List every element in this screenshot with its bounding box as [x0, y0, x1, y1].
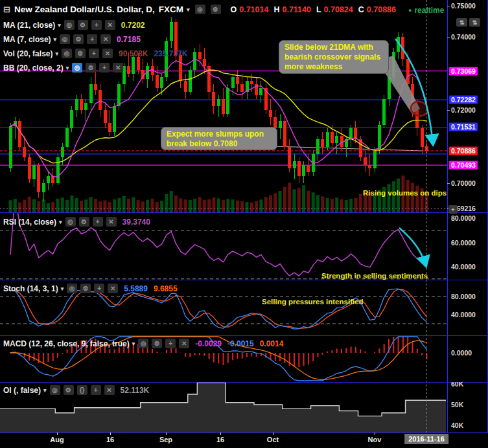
settings-icon[interactable]: ⚙ [73, 34, 84, 44]
legend-macd-label[interactable]: MACD (12, 26, close, 9, false, true) [3, 339, 130, 348]
oi-value: 52.113K [121, 386, 150, 395]
stoch-axis[interactable]: 80.000040.0000 [447, 280, 488, 335]
axis-label: 0.0000 [449, 349, 474, 357]
close-icon[interactable]: ✕ [102, 49, 113, 58]
axis-label: 40.0000 [449, 311, 478, 319]
chevron-down-icon[interactable]: ▾ [58, 22, 61, 28]
chevron-down-icon[interactable]: ▾ [59, 219, 62, 225]
legend-rsi-label[interactable]: RSI (14, close) [3, 218, 56, 227]
up-down-arrows-icon: ⇅ [472, 19, 478, 26]
macd-axis[interactable]: 0.0000 [447, 335, 488, 382]
legend-ma7-label[interactable]: MA (7, close) [3, 35, 51, 44]
add-pane-button[interactable]: + [448, 205, 458, 214]
stoch-d-value: 9.6855 [154, 284, 178, 293]
chevron-down-icon[interactable]: ▾ [55, 50, 58, 57]
add-icon[interactable]: + [165, 339, 176, 348]
vol-ma-value: 235.737K [154, 49, 187, 58]
add-icon[interactable]: + [93, 217, 103, 227]
plus-icon: + [451, 207, 454, 213]
axis-label: 0.75000 [449, 2, 478, 10]
open-value: 0.71014 [239, 5, 268, 14]
close-icon[interactable]: ✕ [105, 20, 115, 30]
low-label: L [316, 5, 321, 14]
chevron-down-icon[interactable]: ▾ [187, 6, 190, 13]
axis-label: 80.0000 [449, 214, 478, 223]
add-icon[interactable]: + [87, 34, 97, 44]
chevron-down-icon[interactable]: ▾ [132, 341, 135, 347]
time-axis[interactable]: Aug16Sep16OctNov2016-11-16 [0, 432, 488, 448]
settings-icon[interactable]: ⚙ [75, 49, 86, 58]
trading-chart-app: ⊟ New Zealand Dollar/U.S. Dollar, D, FXC… [0, 0, 488, 448]
ohlc-readout: O 0.71014 H 0.71140 L 0.70824 C 0.70886 [231, 5, 399, 14]
annotation-text[interactable]: Selling pressures intensified [262, 298, 364, 306]
close-icon[interactable]: ✕ [179, 339, 189, 348]
collapse-window-icon[interactable]: ⊟ [3, 5, 10, 14]
add-icon[interactable]: + [89, 49, 99, 58]
oi-axis[interactable]: 60K50K40K [447, 382, 488, 432]
axis-label: 40K [449, 421, 465, 430]
close-icon[interactable]: ✕ [113, 63, 123, 73]
visibility-icon[interactable]: ◎ [65, 217, 76, 227]
legend-bb-label[interactable]: BB (20, close, 2) [3, 63, 64, 73]
visibility-icon[interactable]: ◎ [195, 5, 205, 14]
annotation-text[interactable]: Rising volumes on dips [363, 189, 447, 197]
visibility-icon[interactable]: ◎ [62, 49, 72, 58]
legend-vol-label[interactable]: Vol (20, false) [3, 49, 52, 58]
source-code-icon[interactable]: {} [77, 385, 87, 395]
axis-label: 0.74000 [449, 33, 478, 41]
axis-label: 60.0000 [449, 238, 478, 247]
chevron-down-icon[interactable]: ▾ [54, 36, 57, 43]
rsi-axis[interactable]: 80.000060.000040.0000 [447, 212, 488, 280]
realtime-dot-icon: ● [408, 7, 412, 14]
visibility-icon[interactable]: ◎ [138, 339, 148, 348]
axis-label: 0.72000 [449, 106, 478, 115]
visibility-icon[interactable]: ◎ [60, 34, 70, 44]
symbol-title[interactable]: New Zealand Dollar/U.S. Dollar, D, [14, 5, 155, 14]
close-icon[interactable]: ✕ [106, 217, 117, 227]
axis-label: 50K [449, 401, 465, 409]
settings-icon[interactable]: ⚙ [78, 20, 88, 30]
time-axis-label: Nov [368, 436, 382, 443]
axis-label: 0.70000 [449, 179, 478, 188]
symbol-exchange[interactable]: FXCM [159, 5, 183, 14]
annotation-box[interactable]: Slide below 21DMA with bearish crossover… [279, 40, 389, 74]
legend-ma21-label[interactable]: MA (21, close) [3, 21, 55, 30]
chevron-down-icon[interactable]: ▾ [66, 65, 69, 71]
close-icon[interactable]: ✕ [108, 284, 118, 293]
chevron-down-icon[interactable]: ▾ [43, 387, 47, 394]
visibility-icon[interactable]: ◎ [50, 385, 60, 395]
settings-icon[interactable]: ⚙ [79, 217, 89, 227]
settings-icon[interactable]: ⚙ [211, 5, 221, 14]
scale-auto-button[interactable]: ⇅ [469, 18, 480, 27]
legend-ma7: MA (7, close) ▾ ◎ ⚙ + ✕ 0.7185 [3, 34, 141, 45]
macd-signal-value: 0.0014 [260, 339, 284, 348]
add-icon[interactable]: + [91, 20, 102, 30]
scale-up-down-button[interactable]: ⇅ [456, 18, 467, 27]
close-icon[interactable]: ✕ [100, 34, 111, 44]
rsi-arrow-drawing[interactable] [399, 228, 426, 265]
price-alert-label: 0.70886 [449, 146, 478, 155]
price-axis[interactable]: 0.750000.740000.730690.722820.720000.715… [447, 0, 488, 212]
legend-stoch-label[interactable]: Stoch (14, 3, 1) [3, 284, 58, 293]
axis-label: 60K [449, 382, 465, 388]
settings-icon[interactable]: ⚙ [64, 385, 74, 395]
add-icon[interactable]: + [91, 385, 101, 395]
open-label: O [231, 5, 237, 14]
visibility-icon[interactable]: ◎ [67, 284, 77, 293]
annotation-box[interactable]: Expect more slumps upon break below 0.70… [161, 127, 277, 150]
add-icon[interactable]: + [99, 63, 110, 73]
add-icon[interactable]: + [94, 284, 104, 293]
ma7-value: 0.7185 [117, 35, 141, 44]
settings-icon[interactable]: ⚙ [80, 284, 91, 293]
visibility-icon[interactable]: ◎ [72, 63, 82, 73]
close-icon[interactable]: ✕ [104, 385, 115, 395]
stoch-pane[interactable] [0, 289, 447, 329]
visibility-icon[interactable]: ◎ [64, 20, 75, 30]
annotation-text[interactable]: Strength in selling sentiments [321, 272, 428, 280]
time-axis-label: Aug [50, 436, 64, 443]
legend-oi-label[interactable]: OI (, false) [3, 386, 41, 395]
settings-icon[interactable]: ⚙ [86, 63, 96, 73]
settings-icon[interactable]: ⚙ [152, 339, 162, 348]
chevron-down-icon[interactable]: ▾ [61, 286, 64, 292]
crosshair-date-label: 2016-11-16 [404, 434, 448, 444]
